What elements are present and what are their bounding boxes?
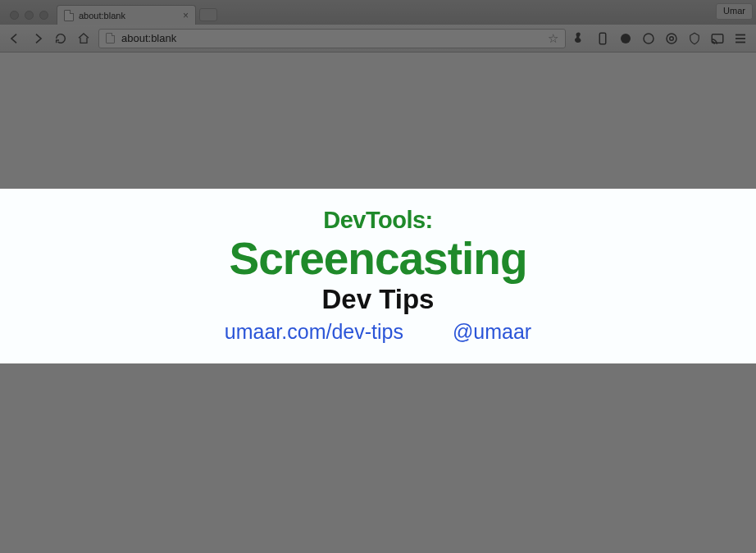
- svg-point-4: [667, 34, 676, 43]
- menu-button[interactable]: [733, 31, 748, 46]
- browser-tab[interactable]: about:blank ×: [57, 5, 196, 25]
- extension-icon[interactable]: [687, 31, 702, 46]
- url-text: about:blank: [121, 32, 541, 44]
- svg-point-2: [621, 34, 631, 43]
- card-supertitle: DevTools:: [0, 207, 756, 234]
- home-button[interactable]: [75, 30, 92, 47]
- svg-point-5: [670, 36, 674, 40]
- close-window-icon[interactable]: [10, 11, 19, 20]
- extension-icon[interactable]: [618, 31, 633, 46]
- extension-icon[interactable]: [595, 31, 610, 46]
- title-card: DevTools: Screencasting Dev Tips umaar.c…: [0, 189, 756, 363]
- card-links: umaar.com/dev-tips @umaar: [0, 320, 756, 344]
- extension-icons: [572, 31, 749, 46]
- new-tab-button[interactable]: [199, 8, 217, 21]
- site-link[interactable]: umaar.com/dev-tips: [225, 320, 403, 344]
- extension-icon[interactable]: [641, 31, 656, 46]
- bookmark-star-icon[interactable]: ☆: [548, 31, 558, 46]
- back-button[interactable]: [7, 30, 23, 47]
- extension-icon[interactable]: [664, 31, 679, 46]
- tab-title: about:blank: [79, 11, 178, 21]
- maximize-window-icon[interactable]: [39, 11, 48, 20]
- close-tab-icon[interactable]: ×: [183, 11, 189, 21]
- toolbar: about:blank ☆: [0, 25, 756, 53]
- forward-button[interactable]: [30, 30, 46, 47]
- address-bar[interactable]: about:blank ☆: [98, 29, 566, 48]
- page-icon: [106, 33, 115, 43]
- page-icon: [64, 10, 74, 21]
- reload-button[interactable]: [52, 30, 69, 47]
- svg-point-3: [644, 34, 654, 43]
- card-subtitle: Dev Tips: [0, 284, 756, 315]
- minimize-window-icon[interactable]: [25, 11, 34, 20]
- handle-link[interactable]: @umaar: [453, 320, 531, 344]
- svg-rect-0: [599, 33, 606, 44]
- extension-icon[interactable]: [572, 31, 587, 46]
- window-controls: [7, 11, 57, 25]
- tab-bar: about:blank × Umar: [0, 0, 756, 25]
- profile-button[interactable]: Umar: [716, 3, 753, 20]
- cast-icon[interactable]: [710, 31, 725, 46]
- card-title: Screencasting: [0, 234, 756, 284]
